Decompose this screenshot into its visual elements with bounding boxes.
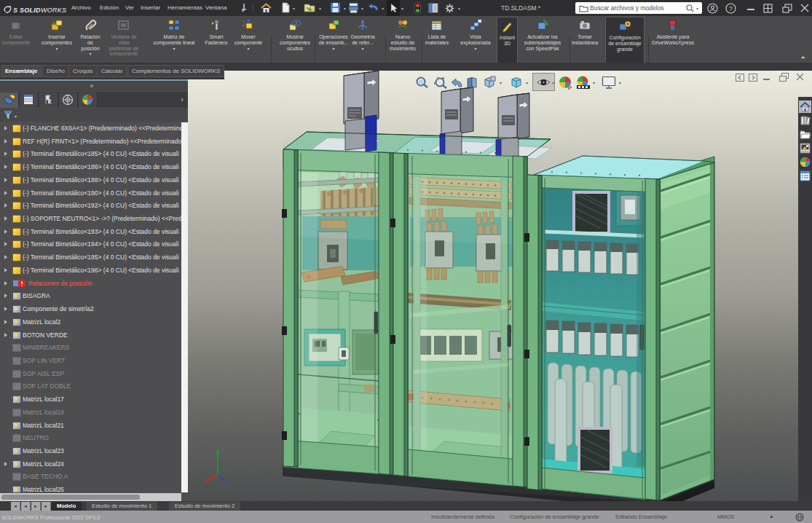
svg-text:?: ? [729,5,733,12]
